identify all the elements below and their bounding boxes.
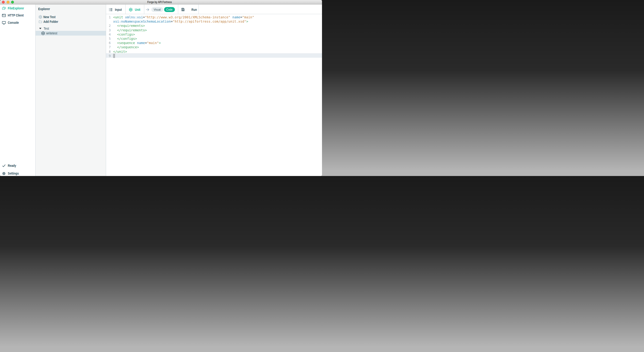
sidebar-item-http-client[interactable]: HTTP Client [0, 12, 35, 19]
caret-down-icon[interactable] [39, 28, 42, 29]
line-number: 4 [106, 32, 111, 36]
line-number: 1 [106, 15, 111, 19]
toolbar-spacer [199, 4, 322, 14]
tree-item-label: writetest [46, 31, 57, 35]
code-line[interactable]: xsi:noNamespaceSchemaLocation="http://ap… [106, 19, 322, 23]
code-token: </sequence> [117, 45, 139, 49]
sidebar-item-console[interactable]: Console [0, 19, 35, 26]
code-line-text: <requirements> [113, 23, 322, 28]
code-token: <requirements> [117, 24, 145, 27]
unit-label: Unit [135, 8, 140, 11]
code-token: </configs> [117, 37, 137, 40]
code-token: "http://apifortress.com/app/unit.xsd" [173, 19, 246, 23]
code-line-text: <configs> [113, 32, 322, 36]
code-token [230, 15, 232, 19]
line-number: 7 [106, 45, 111, 49]
code-line[interactable]: 4 <configs> [106, 32, 322, 36]
cube-icon [39, 15, 42, 19]
code-token: </unit> [113, 50, 127, 53]
sidebar-item-label: FileExplorer [8, 6, 24, 10]
arrow-right-icon [146, 8, 149, 11]
line-number: 5 [106, 36, 111, 41]
line-number: 2 [106, 23, 111, 28]
visual-toggle-button[interactable]: Visual [151, 7, 163, 12]
code-line-text: </requirements> [113, 28, 322, 32]
add-folder-button[interactable]: Add Folder [36, 19, 106, 24]
code-token: <configs> [117, 32, 135, 36]
code-token [113, 24, 117, 27]
code-line-text: </unit> [113, 49, 322, 54]
save-run-group: Run [178, 4, 199, 14]
sidebar-item-label: HTTP Client [8, 13, 24, 17]
minimize-button[interactable] [6, 1, 10, 3]
code-token: = [240, 15, 242, 19]
explorer-title: Explorer [38, 7, 50, 11]
run-label[interactable]: Run [192, 8, 197, 11]
code-editor[interactable]: 1<unit xmlns:xsi="http://www.w3.org/2001… [106, 14, 322, 176]
cube-icon [129, 8, 132, 11]
check-icon [2, 164, 6, 168]
code-line-text: <unit xmlns:xsi="http://www.w3.org/2001/… [113, 15, 322, 19]
code-token: name [137, 41, 145, 45]
code-token: <sequence [117, 41, 135, 45]
save-icon[interactable] [181, 8, 185, 11]
text-cursor [113, 54, 115, 58]
code-line-active[interactable]: 9 [106, 53, 322, 57]
line-number: 3 [106, 28, 111, 32]
code-line[interactable]: 2 <requirements> [106, 23, 322, 27]
code-token: = [143, 15, 145, 19]
app-window: Forge by API Fortress FileExplorer HTTP … [0, 0, 322, 176]
code-line[interactable]: 7 </sequence> [106, 45, 322, 49]
monitor-icon [2, 21, 6, 25]
code-line[interactable]: 8</unit> [106, 49, 322, 53]
code-token: </requirements> [117, 28, 147, 32]
editor-panel: Input Unit Visual Code Run 1<unit xmlns:… [106, 4, 322, 176]
status-ready: Ready [0, 162, 35, 169]
close-button[interactable] [2, 1, 5, 3]
view-mode-switch: Visual Code [144, 4, 178, 14]
explorer-panel: Explorer New Test Add Folder Test writet… [36, 4, 106, 176]
line-number: 8 [106, 49, 111, 54]
tree-item-writetest[interactable]: writetest [36, 31, 106, 35]
sidebar-item-file-explorer[interactable]: FileExplorer [0, 5, 35, 12]
input-button[interactable]: Input [106, 4, 126, 14]
code-token [113, 37, 117, 40]
code-toggle-button[interactable]: Code [164, 7, 175, 12]
code-token: = [171, 19, 172, 23]
code-token: <unit [113, 15, 123, 19]
browser-icon [2, 13, 6, 17]
line-number: 9 [106, 54, 111, 58]
code-token: xsi:noNamespaceSchemaLocation [113, 19, 171, 23]
folders-icon [2, 6, 6, 10]
code-token [113, 28, 117, 32]
code-token [113, 32, 117, 36]
code-line[interactable]: 1<unit xmlns:xsi="http://www.w3.org/2001… [106, 15, 322, 19]
code-line[interactable]: 5 </configs> [106, 36, 322, 40]
code-token [113, 41, 117, 45]
visual-label: Visual [154, 8, 161, 11]
zoom-button[interactable] [11, 1, 14, 3]
sidebar-item-settings[interactable]: Settings [0, 170, 35, 176]
sidebar: FileExplorer HTTP Client Console Ready S… [0, 4, 36, 176]
code-token [135, 41, 137, 45]
unit-button[interactable]: Unit [126, 4, 144, 14]
cube-icon [41, 31, 45, 35]
code-token: > [246, 19, 248, 23]
code-token: name [232, 15, 240, 19]
add-folder-label: Add Folder [43, 20, 58, 23]
window-title: Forge by API Fortress [147, 0, 172, 4]
code-line-text: <sequence name="main"> [113, 41, 322, 45]
code-token: xmlns:xsi [125, 15, 143, 19]
new-test-button[interactable]: New Test [36, 14, 106, 19]
gear-icon [2, 172, 6, 176]
tree-folder-test[interactable]: Test [36, 26, 106, 31]
editor-toolbar: Input Unit Visual Code Run [106, 4, 322, 14]
tree-folder-label: Test [44, 27, 49, 30]
code-line-text: </configs> [113, 36, 322, 41]
title-bar[interactable]: Forge by API Fortress [0, 0, 322, 4]
code-line-text [113, 54, 322, 58]
line-number: 6 [106, 41, 111, 45]
code-token [123, 15, 125, 19]
code-line[interactable]: 3 </requirements> [106, 27, 322, 32]
code-line[interactable]: 6 <sequence name="main"> [106, 40, 322, 45]
